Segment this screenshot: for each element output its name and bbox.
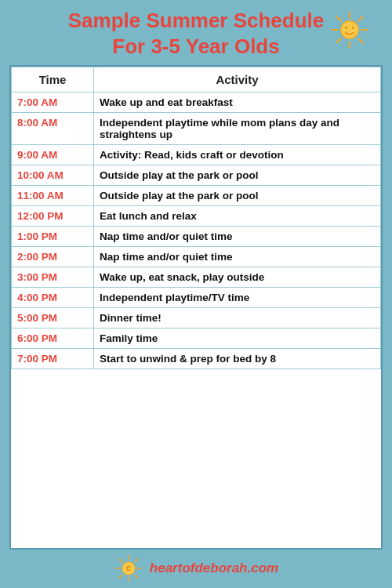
- table-row: 6:00 PMFamily time: [12, 328, 381, 349]
- cell-time: 12:00 PM: [12, 206, 94, 227]
- col-header-time: Time: [12, 67, 94, 93]
- page-container: Sample Summer Schedule For 3-5 Year Olds: [0, 0, 392, 588]
- footer: C heartofdeborah.com: [8, 550, 384, 583]
- cell-time: 1:00 PM: [12, 227, 94, 247]
- cell-time: 11:00 AM: [12, 186, 94, 206]
- title-section: Sample Summer Schedule For 3-5 Year Olds: [8, 8, 384, 59]
- table-row: 8:00 AMIndependent playtime while mom pl…: [12, 113, 381, 145]
- table-row: 7:00 PMStart to unwind & prep for bed by…: [12, 349, 381, 369]
- footer-sun-icon: C: [114, 554, 143, 583]
- footer-website: heartofdeborah.com: [150, 561, 278, 576]
- cell-time: 7:00 AM: [12, 93, 94, 113]
- cell-activity: Wake up, eat snack, play outside: [94, 267, 381, 288]
- table-row: 3:00 PMWake up, eat snack, play outside: [12, 267, 381, 288]
- svg-line-16: [119, 559, 122, 562]
- sun-icon: [329, 9, 370, 50]
- cell-time: 8:00 AM: [12, 113, 94, 145]
- table-row: 4:00 PMIndependent playtime/TV time: [12, 288, 381, 308]
- cell-activity: Outside play at the park or pool: [94, 186, 381, 206]
- table-row: 11:00 AMOutside play at the park or pool: [12, 186, 381, 206]
- cell-activity: Outside play at the park or pool: [94, 165, 381, 186]
- cell-activity: Start to unwind & prep for bed by 8: [94, 349, 381, 369]
- svg-point-10: [352, 27, 354, 29]
- table-row: 10:00 AMOutside play at the park or pool: [12, 165, 381, 186]
- svg-line-5: [337, 17, 341, 21]
- svg-line-7: [358, 17, 362, 21]
- svg-line-19: [119, 575, 122, 578]
- table-row: 5:00 PMDinner time!: [12, 308, 381, 328]
- svg-text:C: C: [126, 564, 132, 572]
- schedule-body: 7:00 AMWake up and eat breakfast8:00 AMI…: [12, 93, 381, 369]
- cell-time: 6:00 PM: [12, 328, 94, 349]
- cell-time: 9:00 AM: [12, 145, 94, 165]
- cell-activity: Independent playtime while mom plans day…: [94, 113, 381, 145]
- title-line2: For 3-5 Year Olds: [112, 34, 279, 58]
- page-title: Sample Summer Schedule For 3-5 Year Olds: [8, 8, 384, 59]
- cell-activity: Nap time and/or quiet time: [94, 227, 381, 247]
- table-row: 2:00 PMNap time and/or quiet time: [12, 247, 381, 267]
- svg-point-0: [341, 21, 359, 39]
- svg-line-8: [337, 38, 341, 42]
- table-row: 9:00 AMActivity: Read, kids craft or dev…: [12, 145, 381, 165]
- schedule-table-wrapper: Time Activity 7:00 AMWake up and eat bre…: [9, 65, 383, 550]
- schedule-table: Time Activity 7:00 AMWake up and eat bre…: [11, 67, 381, 369]
- cell-activity: Wake up and eat breakfast: [94, 93, 381, 113]
- table-row: 12:00 PMEat lunch and relax: [12, 206, 381, 227]
- table-header-row: Time Activity: [12, 67, 381, 93]
- cell-time: 7:00 PM: [12, 349, 94, 369]
- cell-activity: Independent playtime/TV time: [94, 288, 381, 308]
- cell-time: 2:00 PM: [12, 247, 94, 267]
- cell-activity: Family time: [94, 328, 381, 349]
- cell-activity: Dinner time!: [94, 308, 381, 328]
- svg-line-18: [135, 559, 138, 562]
- cell-activity: Eat lunch and relax: [94, 206, 381, 227]
- table-row: 7:00 AMWake up and eat breakfast: [12, 93, 381, 113]
- table-row: 1:00 PMNap time and/or quiet time: [12, 227, 381, 247]
- col-header-activity: Activity: [94, 67, 381, 93]
- title-line1: Sample Summer Schedule: [68, 9, 325, 32]
- cell-time: 5:00 PM: [12, 308, 94, 328]
- svg-line-17: [135, 575, 138, 578]
- cell-activity: Nap time and/or quiet time: [94, 247, 381, 267]
- cell-time: 4:00 PM: [12, 288, 94, 308]
- cell-time: 10:00 AM: [12, 165, 94, 186]
- svg-line-6: [358, 38, 362, 42]
- svg-point-9: [345, 27, 347, 29]
- cell-activity: Activity: Read, kids craft or devotion: [94, 145, 381, 165]
- cell-time: 3:00 PM: [12, 267, 94, 288]
